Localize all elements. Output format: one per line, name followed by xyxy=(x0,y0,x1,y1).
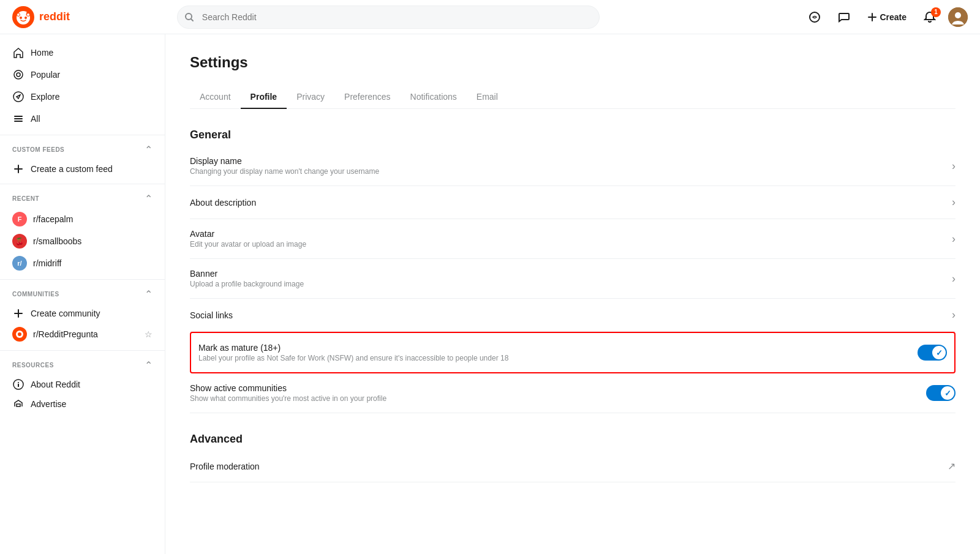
svg-rect-16 xyxy=(14,121,23,122)
social-links-arrow-icon: › xyxy=(952,309,956,321)
mark-mature-toggle[interactable]: ✓ xyxy=(918,345,947,361)
avatar-arrow-icon: › xyxy=(952,233,956,245)
tab-notifications[interactable]: Notifications xyxy=(401,86,467,109)
about-description-arrow-icon: › xyxy=(952,196,956,209)
social-links-row[interactable]: Social links › xyxy=(190,299,956,332)
sidebar-item-explore[interactable]: Explore xyxy=(0,86,165,108)
search-bar xyxy=(177,6,600,29)
communities-chevron-icon[interactable]: ⌃ xyxy=(145,288,153,300)
community-item-redditpregunta[interactable]: r/RedditPregunta ☆ xyxy=(0,323,165,345)
custom-feeds-chevron-icon[interactable]: ⌃ xyxy=(145,144,153,155)
banner-content: Banner Upload a profile background image xyxy=(190,269,952,288)
svg-point-22 xyxy=(18,382,19,383)
recent-item-midriff[interactable]: r/ r/midriff xyxy=(0,252,165,274)
notifications-button[interactable]: 1 xyxy=(919,7,941,27)
banner-row[interactable]: Banner Upload a profile background image… xyxy=(190,259,956,299)
main-content: Settings Account Profile Privacy Prefere… xyxy=(165,34,980,554)
sidebar-item-all[interactable]: All xyxy=(0,108,165,130)
display-name-row[interactable]: Display name Changing your display name … xyxy=(190,146,956,186)
create-community-item[interactable]: Create community xyxy=(0,304,165,323)
svg-point-6 xyxy=(27,13,30,16)
svg-point-3 xyxy=(24,17,27,19)
all-label: All xyxy=(31,114,40,124)
resources-chevron-icon[interactable]: ⌃ xyxy=(145,359,153,371)
custom-feeds-header: CUSTOM FEEDS ⌃ xyxy=(0,140,165,159)
star-icon[interactable]: ☆ xyxy=(145,329,153,339)
tab-email[interactable]: Email xyxy=(467,86,508,109)
sidebar-item-popular[interactable]: Popular xyxy=(0,64,165,86)
facepalm-label: r/facepalm xyxy=(33,214,73,224)
chat-icon xyxy=(838,11,850,23)
chat-button[interactable] xyxy=(833,7,855,27)
tab-profile[interactable]: Profile xyxy=(241,86,287,109)
social-links-title: Social links xyxy=(190,310,952,320)
plus-community-icon xyxy=(12,307,24,320)
create-custom-feed-item[interactable]: Create a custom feed xyxy=(0,159,165,179)
toggle-knob: ✓ xyxy=(932,346,946,359)
recent-chevron-icon[interactable]: ⌃ xyxy=(145,193,153,204)
recent-item-facepalm[interactable]: F r/facepalm xyxy=(0,208,165,230)
advertise-item[interactable]: Advertise xyxy=(0,394,165,414)
explore-label: Explore xyxy=(31,92,59,102)
resources-header: RESOURCES ⌃ xyxy=(0,356,165,375)
user-avatar[interactable] xyxy=(948,7,968,27)
home-icon xyxy=(12,47,24,59)
profile-moderation-row[interactable]: Profile moderation ↗ xyxy=(190,451,956,482)
show-active-check-icon: ✓ xyxy=(944,389,951,398)
general-section-title: General xyxy=(190,129,956,141)
reddit-logo-icon xyxy=(12,6,34,28)
svg-rect-23 xyxy=(17,404,20,406)
svg-point-2 xyxy=(20,17,22,19)
tab-privacy[interactable]: Privacy xyxy=(287,86,334,109)
create-custom-feed-label: Create a custom feed xyxy=(31,164,113,174)
svg-point-10 xyxy=(955,12,961,18)
about-reddit-label: About Reddit xyxy=(31,380,80,389)
social-links-content: Social links xyxy=(190,310,952,320)
header-actions: Create 1 xyxy=(804,7,968,27)
mark-mature-title: Mark as mature (18+) xyxy=(198,343,918,353)
svg-point-5 xyxy=(17,13,20,16)
header: reddit Create 1 xyxy=(0,0,980,34)
banner-arrow-icon: › xyxy=(952,272,956,285)
communities-label: COMMUNITIES xyxy=(12,291,59,298)
sidebar: Home Popular Explore All CUSTOM FEEDS ⌃ xyxy=(0,34,165,554)
all-icon xyxy=(12,113,24,125)
recent-item-smallboobs[interactable]: 🍒 r/smallboobs xyxy=(0,230,165,252)
smallboobs-avatar: 🍒 xyxy=(12,234,27,249)
about-description-content: About description xyxy=(190,198,952,208)
tab-preferences[interactable]: Preferences xyxy=(334,86,400,109)
svg-point-8 xyxy=(810,12,820,22)
display-name-arrow-icon: › xyxy=(952,160,956,173)
advertise-label: Advertise xyxy=(31,399,66,409)
sidebar-item-home[interactable]: Home xyxy=(0,42,165,64)
divider-2 xyxy=(0,184,165,184)
search-input[interactable] xyxy=(177,6,600,29)
show-active-row[interactable]: Show active communities Show what commun… xyxy=(190,373,956,413)
mark-mature-row[interactable]: Mark as mature (18+) Label your profile … xyxy=(190,332,956,373)
show-active-toggle-knob: ✓ xyxy=(941,386,954,400)
logo[interactable]: reddit xyxy=(12,6,70,28)
awards-button[interactable] xyxy=(804,7,826,27)
settings-tabs: Account Profile Privacy Preferences Noti… xyxy=(190,86,956,109)
divider-4 xyxy=(0,350,165,351)
svg-point-13 xyxy=(13,92,23,102)
mark-mature-content: Mark as mature (18+) Label your profile … xyxy=(198,343,918,362)
about-reddit-item[interactable]: About Reddit xyxy=(0,375,165,394)
page-title: Settings xyxy=(190,54,956,71)
plus-icon xyxy=(867,12,877,22)
show-active-toggle[interactable]: ✓ xyxy=(926,385,956,401)
popular-icon xyxy=(12,69,24,81)
about-icon xyxy=(12,378,24,391)
display-name-title: Display name xyxy=(190,156,952,166)
avatar-row[interactable]: Avatar Edit your avatar or upload an ima… xyxy=(190,219,956,259)
create-button[interactable]: Create xyxy=(862,9,911,26)
redditpregunta-avatar xyxy=(12,327,27,342)
advertise-icon xyxy=(12,398,24,410)
facepalm-avatar: F xyxy=(12,212,27,226)
profile-moderation-content: Profile moderation xyxy=(190,462,948,471)
about-description-row[interactable]: About description › xyxy=(190,186,956,219)
tab-account[interactable]: Account xyxy=(190,86,241,109)
explore-icon xyxy=(12,91,24,103)
svg-point-12 xyxy=(17,73,20,77)
body-wrap: Home Popular Explore All CUSTOM FEEDS ⌃ xyxy=(0,34,980,554)
